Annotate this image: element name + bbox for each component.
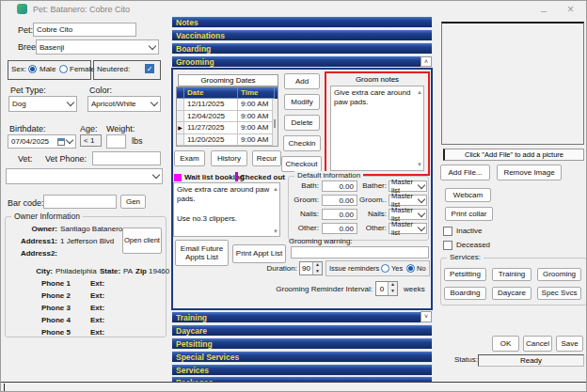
save-button[interactable]: Save: [556, 336, 583, 352]
inactive-checkbox[interactable]: [443, 227, 452, 236]
state-label: State:: [100, 268, 120, 275]
groomer-select[interactable]: Master list: [389, 195, 427, 206]
phone3-label: Phone 3: [5, 305, 71, 312]
male-radio[interactable]: [28, 65, 37, 73]
female-radio[interactable]: [59, 65, 68, 73]
scroll-up-icon[interactable]: ▲: [417, 89, 422, 95]
vet-phone-label: Vet Phone:: [45, 155, 87, 164]
section-header-daycare[interactable]: Daycare: [171, 324, 433, 337]
scroll-down-icon[interactable]: ▼: [417, 162, 422, 167]
vet-select[interactable]: [6, 168, 163, 184]
section-header-grooming[interactable]: Grooming: [171, 55, 433, 68]
table-row[interactable]: 11/20/2025 9:00 AM: [177, 134, 278, 147]
date-column-header[interactable]: Date: [184, 87, 238, 99]
other-staff-select[interactable]: Master list: [389, 223, 427, 234]
scroll-down-icon[interactable]: ▼: [273, 228, 278, 234]
checkout-button[interactable]: Checkout: [281, 156, 322, 172]
service-button-boarding[interactable]: Boarding: [444, 287, 486, 300]
section-header-vaccinations[interactable]: Vaccinations: [171, 29, 433, 41]
webcam-button[interactable]: Webcam: [445, 188, 491, 202]
weight-input[interactable]: [106, 134, 126, 149]
grooming-warning-input[interactable]: [291, 246, 429, 259]
deceased-checkbox[interactable]: [443, 241, 452, 250]
minimize-button[interactable]: –: [541, 6, 547, 16]
nails-staff-select[interactable]: Master list: [389, 209, 427, 220]
reminders-no-radio[interactable]: [406, 264, 415, 273]
table-row[interactable]: 12/04/2025 9:00 AM: [177, 111, 278, 123]
zip-value: 19460: [149, 268, 169, 275]
vet-phone-input[interactable]: [92, 151, 161, 165]
pet-input[interactable]: Cobre Cito: [33, 23, 136, 37]
section-header-training[interactable]: Training: [171, 311, 433, 323]
remove-image-button[interactable]: Remove Image: [497, 165, 562, 180]
grooming-dates-table[interactable]: Date Time 12/11/2025 9:00 AM 12/04/2025 …: [176, 86, 278, 147]
age-value: < 1: [80, 134, 102, 147]
gen-button[interactable]: Gen: [120, 195, 146, 209]
table-scrollbar[interactable]: [272, 99, 278, 146]
scroll-up-icon[interactable]: ▲: [273, 186, 278, 192]
add-button[interactable]: Add: [284, 73, 320, 89]
checkin-button[interactable]: Checkin: [283, 135, 321, 151]
birthdate-input[interactable]: 07/04/2025: [8, 134, 76, 149]
other-price-input[interactable]: 0.00: [322, 223, 357, 234]
calendar-icon[interactable]: [57, 138, 65, 146]
picture-hint: Click "Add File" to add a picture: [443, 149, 584, 161]
breed-select[interactable]: Basenji: [36, 39, 159, 55]
collapse-grooming-icon[interactable]: ˄: [420, 56, 432, 67]
section-header-notes[interactable]: Notes: [171, 16, 433, 28]
phone4-ext-label: Ext:: [90, 317, 104, 324]
history-button[interactable]: History: [211, 150, 247, 166]
section-header-petsitting[interactable]: Petsitting: [171, 337, 433, 350]
cancel-button[interactable]: Cancel: [523, 336, 552, 352]
delete-button[interactable]: Delete: [284, 115, 320, 131]
phone3-ext-label: Ext:: [90, 305, 104, 312]
time-column-header[interactable]: Time: [238, 87, 275, 99]
groom-notes-box: Groom notes Give extra care around paw p…: [325, 71, 430, 176]
service-button-grooming[interactable]: Grooming: [537, 268, 581, 281]
reminder-interval-stepper[interactable]: 0 ▲▼: [375, 281, 398, 296]
barcode-input[interactable]: [43, 195, 117, 209]
service-button-spec-svcs[interactable]: Spec Svcs: [537, 287, 581, 300]
notes-textarea[interactable]: Give extra care around paw pads. Use no.…: [173, 182, 280, 237]
resize-grip[interactable]: [4, 384, 5, 391]
bath-price-input[interactable]: 0.00: [322, 180, 357, 192]
open-client-button[interactable]: Open client: [122, 227, 162, 254]
color-select[interactable]: Apricot/White: [87, 96, 161, 112]
age-label: Age:: [80, 125, 98, 133]
email-future-appts-button[interactable]: Email Future Appts List: [175, 240, 229, 266]
add-file-button[interactable]: Add File...: [440, 165, 490, 180]
wait-list-swatch: [174, 174, 182, 181]
ok-button[interactable]: OK: [492, 336, 519, 352]
service-button-petsitting[interactable]: Petsitting: [444, 268, 486, 281]
table-row[interactable]: 12/11/2025 9:00 AM: [177, 99, 278, 111]
print-appt-list-button[interactable]: Print Appt List: [232, 244, 286, 263]
service-button-daycare[interactable]: Daycare: [492, 287, 531, 300]
exam-button[interactable]: Exam: [174, 150, 205, 166]
section-header-services[interactable]: Services: [171, 364, 433, 376]
yes-label: Yes: [391, 265, 403, 273]
print-collar-button[interactable]: Print collar: [445, 207, 493, 221]
table-row-selected[interactable]: 11/27/2025 9:00 AM: [177, 122, 278, 134]
spin-down-icon[interactable]: ▼: [389, 289, 397, 295]
pet-type-select[interactable]: Dog: [8, 96, 77, 112]
barcode-label: Bar code:: [8, 199, 44, 208]
neutered-checkbox[interactable]: [145, 64, 154, 73]
section-header-boarding[interactable]: Boarding: [171, 42, 433, 55]
checked-out-swatch: [235, 172, 238, 181]
bath-label: Bath:: [289, 182, 319, 190]
spin-down-icon[interactable]: ▼: [313, 269, 322, 275]
picture-frame: [441, 22, 584, 145]
bather-select[interactable]: Master list: [389, 180, 427, 192]
service-button-training[interactable]: Training: [492, 268, 531, 281]
groom-price-input[interactable]: 0.00: [322, 195, 357, 206]
modify-button[interactable]: Modify: [284, 94, 320, 110]
duration-stepper[interactable]: 90 ▲▼: [299, 261, 323, 275]
scroll-sections-down-icon[interactable]: ˅: [420, 311, 432, 322]
groom-notes-textarea[interactable]: Give extra care around paw pads.: [330, 86, 424, 171]
nails-price-input[interactable]: 0.00: [322, 209, 357, 220]
recur-button[interactable]: Recur: [252, 150, 281, 166]
phone5-label: Phone 5: [5, 329, 71, 337]
section-header-special-services[interactable]: Special Services: [171, 351, 433, 363]
close-icon[interactable]: ×: [567, 4, 574, 15]
reminders-yes-radio[interactable]: [381, 264, 389, 273]
